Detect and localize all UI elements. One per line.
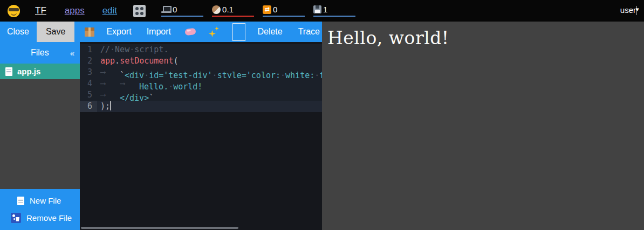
remove-file-button[interactable]: Remove File bbox=[0, 213, 80, 223]
new-file-icon bbox=[17, 197, 24, 205]
stat-value: 0 bbox=[173, 5, 177, 14]
export-button[interactable]: Export bbox=[104, 27, 133, 37]
hamster-icon bbox=[212, 5, 221, 14]
soap-icon bbox=[184, 28, 196, 36]
stat-field-saves[interactable]: 1 bbox=[313, 5, 355, 17]
sparkles-icon bbox=[209, 26, 220, 37]
code-text: //·New·script. bbox=[97, 44, 322, 55]
code-text: ); bbox=[97, 101, 322, 112]
text-caret bbox=[110, 101, 111, 110]
line-number: 5 bbox=[80, 89, 97, 101]
file-name: app.js bbox=[17, 67, 40, 76]
line-number: 1 bbox=[80, 44, 97, 55]
code-line[interactable]: 5⟶</div>` bbox=[80, 89, 322, 101]
code-text: ⟶⟶Hello,·world! bbox=[97, 78, 322, 89]
remove-file-label: Remove File bbox=[26, 213, 72, 222]
soap-button[interactable] bbox=[185, 29, 196, 35]
control-knobs-icon[interactable] bbox=[133, 5, 146, 17]
code-line[interactable]: 4⟶⟶Hello,·world! bbox=[80, 78, 322, 89]
code-editor[interactable]: 1//·New·script.2app.setDocument(3⟶`<div·… bbox=[80, 42, 322, 230]
trash-icon bbox=[11, 213, 21, 223]
stat-field-repeat[interactable]: 0 bbox=[263, 5, 305, 17]
stat-field-cpu[interactable]: 0 bbox=[161, 5, 203, 17]
save-button[interactable]: Save bbox=[37, 22, 74, 42]
code-line[interactable]: 6); bbox=[80, 101, 322, 112]
line-number: 3 bbox=[80, 67, 97, 78]
trace-button[interactable]: Trace bbox=[296, 27, 322, 37]
preview-pane: Hello, world! bbox=[322, 22, 644, 230]
new-file-label: New File bbox=[30, 196, 61, 205]
line-number: 2 bbox=[80, 55, 97, 67]
delete-button[interactable]: Delete bbox=[255, 27, 284, 37]
files-sidebar: Files « app.js New File bbox=[0, 42, 80, 230]
new-file-button[interactable]: New File bbox=[0, 196, 80, 205]
sparkles-button[interactable] bbox=[209, 26, 220, 37]
editor-toolbar: Close Save Export Import Delete Trace bbox=[0, 22, 322, 42]
main-area: Close Save Export Import Delete Trace Fi… bbox=[0, 22, 644, 230]
topbar: TF apps edit 0 0.1 0 1 user▾ bbox=[0, 0, 644, 22]
repeat-icon bbox=[263, 5, 271, 14]
import-button[interactable]: Import bbox=[145, 27, 173, 37]
app-window: TF apps edit 0 0.1 0 1 user▾ Close bbox=[0, 0, 644, 230]
package-icon bbox=[85, 27, 94, 37]
code-text: ⟶`<div·id='test-div'·style='color:·white… bbox=[97, 67, 322, 78]
user-menu[interactable]: user▾ bbox=[620, 5, 636, 16]
files-title: Files bbox=[0, 48, 70, 58]
nav-link-apps[interactable]: apps bbox=[65, 5, 85, 16]
code-line[interactable]: 2app.setDocument( bbox=[80, 55, 322, 67]
line-number: 4 bbox=[80, 78, 97, 89]
line-number: 6 bbox=[80, 101, 97, 112]
stat-value: 1 bbox=[323, 5, 327, 14]
file-list-empty-space bbox=[0, 79, 80, 189]
editor-column: Close Save Export Import Delete Trace Fi… bbox=[0, 22, 322, 230]
sunglasses-emoji-icon bbox=[8, 5, 20, 17]
close-button[interactable]: Close bbox=[5, 27, 31, 37]
horizontal-scrollbar[interactable] bbox=[81, 227, 238, 229]
file-item-appjs[interactable]: app.js bbox=[0, 64, 80, 79]
collapse-sidebar-button[interactable]: « bbox=[70, 48, 80, 58]
nav-link-tf[interactable]: TF bbox=[35, 5, 46, 16]
files-header: Files « bbox=[0, 42, 80, 64]
empty-button[interactable] bbox=[232, 23, 245, 41]
code-line[interactable]: 1//·New·script. bbox=[80, 44, 322, 55]
home-emoji-button[interactable] bbox=[8, 5, 20, 17]
nav-link-edit[interactable]: edit bbox=[102, 5, 117, 16]
code-lines: 1//·New·script.2app.setDocument(3⟶`<div·… bbox=[80, 42, 322, 112]
code-text: app.setDocument( bbox=[97, 55, 322, 67]
document-icon bbox=[5, 67, 12, 76]
stat-value: 0.1 bbox=[222, 5, 234, 14]
code-line[interactable]: 3⟶`<div·id='test-div'·style='color:·whit… bbox=[80, 67, 322, 78]
stat-value: 0 bbox=[273, 5, 277, 14]
sidebar-actions: New File Remove File bbox=[0, 189, 80, 230]
floppy-disk-icon bbox=[313, 5, 321, 13]
package-button[interactable] bbox=[85, 27, 94, 37]
chevron-down-icon: ▾ bbox=[636, 6, 636, 15]
stat-field-hamster[interactable]: 0.1 bbox=[212, 5, 254, 17]
editor-body: Files « app.js New File bbox=[0, 42, 322, 230]
code-text: ⟶</div>` bbox=[97, 89, 322, 101]
laptop-icon bbox=[161, 6, 171, 13]
preview-heading: Hello, world! bbox=[327, 27, 644, 48]
user-menu-label: user bbox=[620, 5, 636, 15]
